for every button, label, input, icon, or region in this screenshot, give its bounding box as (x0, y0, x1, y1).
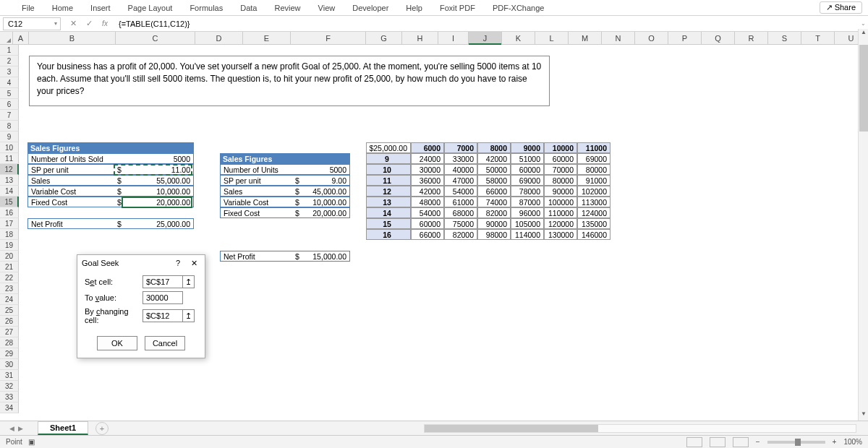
table-cell[interactable]: $9.00 (292, 175, 350, 186)
row-header[interactable]: 22 (0, 272, 19, 283)
column-header[interactable]: L (535, 32, 569, 44)
column-header[interactable]: A (13, 32, 29, 44)
vertical-scrollbar-thumb[interactable] (859, 45, 868, 132)
table-cell[interactable]: 66000 (477, 186, 511, 197)
table-cell[interactable]: Number of Units (220, 164, 292, 175)
vertical-scrollbar[interactable]: ▲ ▼ (858, 29, 868, 421)
table-header-cell[interactable]: 11 (366, 175, 411, 186)
table-cell[interactable]: 110000 (544, 207, 577, 218)
row-header[interactable]: 13 (0, 175, 19, 186)
table-header-cell[interactable]: 12 (366, 186, 411, 197)
cancel-formula-icon[interactable]: ✕ (65, 17, 81, 30)
table-cell[interactable]: 80000 (577, 164, 610, 175)
table-cell[interactable]: 42000 (411, 186, 444, 197)
row-header[interactable]: 15 (0, 197, 19, 207)
row-header[interactable]: 27 (0, 327, 19, 337)
column-header[interactable]: I (438, 32, 469, 44)
macro-record-icon[interactable]: ▣ (28, 438, 35, 446)
table-cell[interactable]: Sales (220, 186, 292, 197)
table-cell[interactable]: 124000 (577, 207, 610, 218)
by-changing-input[interactable] (142, 309, 183, 322)
table-header-cell[interactable]: 11000 (577, 142, 610, 153)
table-header-cell[interactable]: 10000 (544, 142, 577, 153)
table-cell[interactable]: 60000 (544, 153, 577, 164)
table-cell[interactable]: 48000 (411, 197, 444, 207)
table-cell[interactable]: 100000 (544, 197, 577, 207)
table-cell[interactable]: $10,000.00 (114, 186, 194, 197)
table-cell[interactable]: Fixed Cost (220, 207, 292, 218)
row-header[interactable]: 2 (0, 56, 19, 66)
row-header[interactable]: 29 (0, 348, 19, 359)
dialog-close-icon[interactable]: ✕ (187, 259, 200, 268)
row-header[interactable]: 7 (0, 110, 19, 121)
ribbon-tab-help[interactable]: Help (397, 0, 431, 16)
table-cell[interactable]: 54000 (411, 207, 444, 218)
table-cell[interactable]: 114000 (511, 229, 544, 240)
table-cell[interactable]: 60000 (411, 218, 444, 229)
table-cell[interactable]: Sales (27, 175, 114, 186)
fx-icon[interactable]: fx (97, 17, 113, 30)
ok-button[interactable]: OK (97, 336, 137, 350)
row-header[interactable]: 1 (0, 45, 19, 56)
dialog-help-icon[interactable]: ? (171, 259, 184, 268)
table-cell[interactable]: $25,000.00 (366, 142, 411, 153)
row-header[interactable]: 11 (0, 153, 19, 164)
zoom-in-icon[interactable]: + (833, 438, 837, 446)
row-header[interactable]: 32 (0, 381, 19, 392)
add-sheet-button[interactable]: + (95, 422, 109, 435)
table-cell[interactable]: Net Profit (27, 218, 114, 229)
table-header-cell[interactable]: 14 (366, 207, 411, 218)
ribbon-tab-formulas[interactable]: Formulas (181, 0, 231, 16)
table-cell[interactable]: 68000 (444, 207, 477, 218)
table-cell[interactable]: 66000 (411, 229, 444, 240)
scroll-down-icon[interactable]: ▼ (859, 410, 868, 421)
column-header[interactable]: T (801, 32, 835, 44)
table-cell[interactable]: 54000 (444, 186, 477, 197)
table-cell[interactable]: $15,000.00 (292, 251, 350, 262)
table-cell[interactable]: 91000 (577, 175, 610, 186)
ribbon-tab-file[interactable]: File (13, 0, 43, 16)
name-box[interactable]: C12 (3, 17, 61, 30)
table-cell[interactable]: 30000 (411, 164, 444, 175)
table-cell[interactable]: 90000 (544, 186, 577, 197)
table-cell[interactable]: 36000 (411, 175, 444, 186)
row-header[interactable]: 19 (0, 240, 19, 251)
table-cell[interactable]: SP per unit (220, 175, 292, 186)
table-cell[interactable]: 5000 (292, 164, 350, 175)
table-cell[interactable]: 24000 (411, 153, 444, 164)
table-cell[interactable]: 105000 (511, 218, 544, 229)
column-header[interactable]: N (602, 32, 635, 44)
sheet-tab[interactable]: Sheet1 (38, 421, 88, 435)
table-cell[interactable]: $55,000.00 (114, 175, 194, 186)
column-header[interactable]: S (768, 32, 801, 44)
row-header[interactable]: 12 (0, 164, 19, 175)
table-cell[interactable]: 135000 (577, 218, 610, 229)
table-cell[interactable]: Fixed Cost (27, 197, 114, 207)
table-cell[interactable]: $25,000.00 (114, 218, 194, 229)
table-cell[interactable]: 61000 (444, 197, 477, 207)
ribbon-tab-data[interactable]: Data (231, 0, 265, 16)
table-header-cell[interactable]: 9000 (511, 142, 544, 153)
cancel-button[interactable]: Cancel (145, 336, 185, 350)
row-header[interactable]: 28 (0, 337, 19, 348)
table-header-cell[interactable]: 6000 (411, 142, 444, 153)
page-break-view-icon[interactable] (733, 437, 749, 447)
row-header[interactable]: 26 (0, 316, 19, 327)
select-all-corner[interactable] (0, 32, 13, 44)
ribbon-tab-developer[interactable]: Developer (344, 0, 397, 16)
row-header[interactable]: 5 (0, 88, 19, 99)
table-cell[interactable]: 120000 (544, 218, 577, 229)
row-header[interactable]: 30 (0, 359, 19, 370)
table-cell[interactable]: $45,000.00 (292, 186, 350, 197)
zoom-out-icon[interactable]: − (756, 438, 760, 446)
column-header[interactable]: F (291, 32, 366, 44)
table-header-cell[interactable]: 8000 (477, 142, 511, 153)
table-cell[interactable]: 82000 (444, 229, 477, 240)
row-header[interactable]: 24 (0, 294, 19, 305)
zoom-level[interactable]: 100% (843, 438, 862, 446)
row-header[interactable]: 31 (0, 370, 19, 381)
table-cell[interactable]: 113000 (577, 197, 610, 207)
scroll-up-icon[interactable]: ▲ (859, 29, 868, 39)
column-header[interactable]: Q (702, 32, 735, 44)
table-cell[interactable]: 146000 (577, 229, 610, 240)
